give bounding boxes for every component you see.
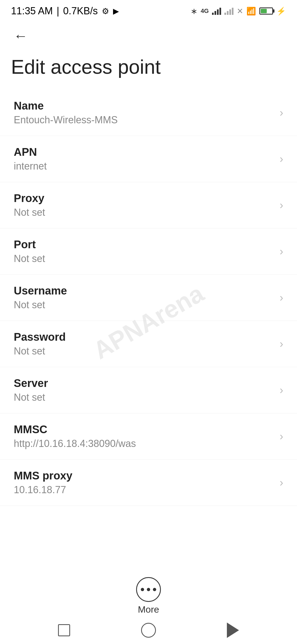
status-left: 11:35 AM | 0.7KB/s ⚙ ▶ xyxy=(11,5,119,17)
camera-icon: ▶ xyxy=(113,7,119,16)
settings-label: Name xyxy=(14,100,274,112)
settings-item-port[interactable]: Port Not set › xyxy=(0,228,297,275)
settings-label: Password xyxy=(14,331,274,343)
settings-value: Not set xyxy=(14,392,274,403)
settings-item-content: Name Entouch-Wireless-MMS xyxy=(14,100,274,126)
bottom-bar: More xyxy=(0,572,297,616)
settings-value: Not set xyxy=(14,253,274,264)
settings-item-apn[interactable]: APN internet › xyxy=(0,136,297,182)
settings-item-name[interactable]: Name Entouch-Wireless-MMS › xyxy=(0,90,297,136)
chevron-right-icon: › xyxy=(280,430,283,443)
chevron-right-icon: › xyxy=(280,338,283,350)
settings-item-content: MMS proxy 10.16.18.77 xyxy=(14,470,274,496)
time: 11:35 AM xyxy=(11,5,53,17)
settings-value: Not set xyxy=(14,299,274,311)
settings-item-content: Port Not set xyxy=(14,238,274,264)
settings-label: Port xyxy=(14,238,274,251)
settings-label: Proxy xyxy=(14,192,274,204)
more-label: More xyxy=(138,604,159,615)
recent-apps-icon xyxy=(58,624,70,636)
settings-item-mmsc[interactable]: MMSC http://10.16.18.4:38090/was › xyxy=(0,413,297,460)
nav-back-button[interactable] xyxy=(223,621,243,640)
settings-item-content: Password Not set xyxy=(14,331,274,357)
no-signal-icon: ✕ xyxy=(237,7,243,16)
settings-item-content: Username Not set xyxy=(14,285,274,311)
settings-item-username[interactable]: Username Not set › xyxy=(0,275,297,321)
nav-bar xyxy=(0,616,297,644)
settings-label: Server xyxy=(14,377,274,389)
settings-item-password[interactable]: Password Not set › xyxy=(0,321,297,367)
settings-item-content: Proxy Not set xyxy=(14,192,274,218)
settings-value: internet xyxy=(14,160,274,172)
more-button[interactable]: More xyxy=(125,572,172,620)
status-right: ∗ 4G ✕ 📶 ⚡ xyxy=(191,6,286,16)
settings-label: Username xyxy=(14,285,274,297)
chevron-right-icon: › xyxy=(280,384,283,396)
settings-item-mms-proxy[interactable]: MMS proxy 10.16.18.77 › xyxy=(0,460,297,506)
wifi-icon: 📶 xyxy=(246,7,256,16)
back-button[interactable]: ← xyxy=(11,26,30,45)
chevron-right-icon: › xyxy=(280,476,283,489)
settings-item-server[interactable]: Server Not set › xyxy=(0,367,297,413)
mobile-data-4g-icon: 4G xyxy=(201,7,209,15)
more-circle-icon xyxy=(136,577,161,602)
charging-icon: ⚡ xyxy=(276,7,286,16)
battery-indicator xyxy=(259,7,273,15)
back-nav-icon xyxy=(227,623,239,638)
back-arrow-icon: ← xyxy=(13,28,28,44)
settings-value: Not set xyxy=(14,207,274,218)
settings-item-content: MMSC http://10.16.18.4:38090/was xyxy=(14,423,274,449)
settings-label: APN xyxy=(14,146,274,158)
settings-label: MMS proxy xyxy=(14,470,274,482)
settings-value: Not set xyxy=(14,345,274,357)
home-icon xyxy=(141,623,156,638)
speed: 0.7KB/s xyxy=(63,5,98,17)
settings-item-content: Server Not set xyxy=(14,377,274,403)
chevron-right-icon: › xyxy=(280,245,283,258)
chevron-right-icon: › xyxy=(280,107,283,119)
bluetooth-icon: ∗ xyxy=(191,6,197,16)
nav-recent-button[interactable] xyxy=(54,621,74,640)
chevron-right-icon: › xyxy=(280,199,283,211)
page-title: Edit access point xyxy=(0,50,297,90)
settings-value: Entouch-Wireless-MMS xyxy=(14,114,274,126)
chevron-right-icon: › xyxy=(280,153,283,165)
settings-item-content: APN internet xyxy=(14,146,274,172)
more-dots-icon xyxy=(141,588,156,591)
settings-value: 10.16.18.77 xyxy=(14,484,274,496)
separator: | xyxy=(57,5,59,17)
settings-icon: ⚙ xyxy=(102,6,109,16)
nav-home-button[interactable] xyxy=(139,621,158,640)
settings-item-proxy[interactable]: Proxy Not set › xyxy=(0,182,297,228)
settings-value: http://10.16.18.4:38090/was xyxy=(14,438,274,449)
settings-label: MMSC xyxy=(14,423,274,436)
chevron-right-icon: › xyxy=(280,291,283,304)
signal-bars-1 xyxy=(212,7,221,15)
status-bar: 11:35 AM | 0.7KB/s ⚙ ▶ ∗ 4G ✕ 📶 ⚡ xyxy=(0,0,297,22)
settings-list: Name Entouch-Wireless-MMS › APN internet… xyxy=(0,90,297,506)
signal-bars-2 xyxy=(224,7,233,15)
toolbar: ← xyxy=(0,22,297,50)
